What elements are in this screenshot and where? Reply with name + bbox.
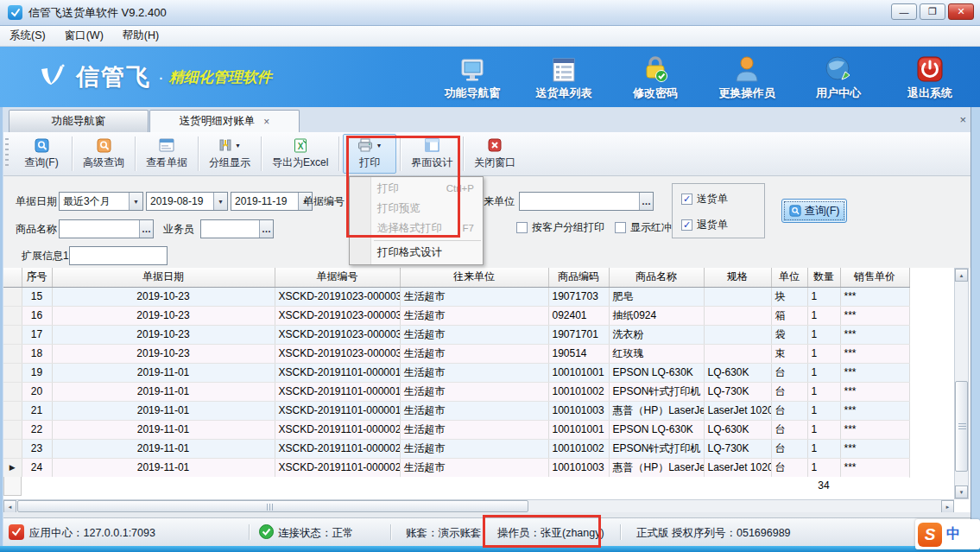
toolbar-grip [5, 138, 9, 169]
row-selector-cell[interactable] [3, 420, 22, 439]
table-row[interactable]: 18 2019-10-23 XSCKD-20191023-000003 生活超市… [3, 344, 909, 363]
close-button[interactable]: ✕ [948, 3, 974, 20]
query-button[interactable]: 查询(F) [15, 134, 68, 174]
table-row[interactable]: ▶ 24 2019-11-01 XSCKD-20191101-000002 生活… [3, 458, 909, 477]
col-unit[interactable]: 单位 [771, 268, 807, 287]
dropdown-arrow-icon[interactable]: ▼ [235, 143, 241, 149]
delivery-list-button[interactable]: 送货单列表 [529, 54, 598, 101]
checkbox-icon[interactable]: ✓ [615, 222, 626, 233]
ime-bar[interactable]: S 中 [915, 519, 980, 549]
table-row[interactable]: 17 2019-10-23 XSCKD-20191023-000003 生活超市… [3, 325, 909, 344]
advanced-query-button[interactable]: 高级查询 [76, 134, 131, 174]
row-selector-cell[interactable] [3, 401, 22, 420]
export-excel-button[interactable]: X 导出为Excel [265, 134, 335, 174]
title-bar: 信管飞送货单软件 V9.2.400 — ❐ ✕ [0, 0, 980, 26]
chevron-down-icon[interactable]: ▼ [129, 193, 142, 210]
group-by-customer-checkbox[interactable]: ✓ 按客户分组打印 [516, 220, 604, 234]
checkbox-checked-icon[interactable]: ✓ [681, 194, 692, 205]
restore-button[interactable]: ❐ [920, 3, 945, 20]
row-selector-cell[interactable] [3, 344, 22, 363]
search-blue-icon [35, 138, 49, 153]
scroll-left-icon[interactable]: ◄ [3, 500, 16, 513]
checkbox-checked-icon[interactable]: ✓ [681, 219, 692, 231]
delivery-checkbox[interactable]: ✓ 送货单 [681, 192, 728, 206]
chevron-down-icon[interactable]: ▼ [213, 193, 227, 210]
return-checkbox[interactable]: ✓ 退货单 [681, 218, 728, 232]
table-row[interactable]: 21 2019-11-01 XSCKD-20191101-000001 生活超市… [3, 401, 909, 420]
menu-item-print-format-design[interactable]: 打印格式设计 [350, 243, 483, 263]
ime-language-indicator[interactable]: 中 [946, 525, 960, 543]
tab-delivery-detail[interactable]: 送货明细对账单 × [149, 110, 300, 132]
row-selector-cell[interactable] [3, 287, 22, 306]
data-grid: 序号 单据日期 单据编号 往来单位 商品编码 商品名称 规格 单位 数量 销售单… [3, 268, 971, 512]
user-center-button[interactable]: 用户中心 [804, 54, 873, 101]
customer-input[interactable]: … [519, 192, 654, 211]
scroll-up-icon[interactable]: ▲ [955, 269, 968, 282]
tabstrip-close-icon[interactable]: × [959, 113, 966, 126]
tab-close-icon[interactable]: × [263, 116, 269, 128]
query-submit-button[interactable]: 查询(F) [781, 199, 847, 223]
date-from-combo[interactable]: 2019-08-19 ▼ [146, 192, 228, 211]
change-password-button[interactable]: 修改密码 [621, 54, 690, 101]
switch-operator-button[interactable]: 更换操作员 [712, 54, 781, 101]
grid-footer: 34 [3, 477, 909, 499]
table-row[interactable]: 15 2019-10-23 XSCKD-20191023-000003 生活超市… [3, 287, 909, 306]
row-selector-cell[interactable]: ▶ [3, 458, 22, 477]
col-spec[interactable]: 规格 [704, 268, 771, 287]
exit-system-button[interactable]: 退出系统 [895, 54, 964, 101]
col-seq[interactable]: 序号 [22, 268, 52, 287]
group-icon [218, 138, 232, 152]
scroll-down-icon[interactable]: ▼ [955, 485, 968, 498]
menu-help[interactable]: 帮助(H) [113, 26, 168, 46]
checkbox-icon[interactable]: ✓ [516, 222, 528, 233]
tab-nav-window[interactable]: 功能导航窗 [9, 110, 149, 132]
group-display-button[interactable]: ▼ 分组显示 [202, 134, 257, 174]
close-window-button[interactable]: 关闭窗口 [467, 134, 522, 174]
date-to-combo[interactable]: 2019-11-19 ▼ [231, 192, 313, 211]
col-customer[interactable]: 往来单位 [400, 268, 548, 287]
banner-actions: 功能导航窗 送货单列表 修改密码 更换操作员 [438, 54, 964, 101]
lookup-ellipsis-icon[interactable]: … [259, 220, 273, 238]
row-selector-cell[interactable] [3, 439, 22, 458]
row-selector-cell[interactable] [3, 382, 22, 401]
horizontal-scroll-thumb[interactable] [17, 500, 528, 512]
col-bill-date[interactable]: 单据日期 [52, 268, 275, 287]
vertical-scroll-thumb[interactable] [955, 381, 968, 472]
minimize-button[interactable]: — [891, 3, 917, 20]
excel-icon: X [294, 138, 307, 153]
license-status: 正式版 授权序列号：051696989 [636, 526, 791, 541]
menu-system[interactable]: 系统(S) [0, 26, 55, 46]
row-selector-cell[interactable] [3, 325, 22, 344]
menu-window[interactable]: 窗口(W) [55, 26, 113, 46]
ext-info-input[interactable] [69, 246, 168, 265]
table-row[interactable]: 20 2019-11-01 XSCKD-20191101-000001 生活超市… [3, 382, 909, 401]
table-row[interactable]: 19 2019-11-01 XSCKD-20191101-000001 生活超市… [3, 363, 909, 382]
scroll-right-icon[interactable]: ► [941, 500, 954, 513]
col-qty[interactable]: 数量 [807, 268, 840, 287]
lookup-ellipsis-icon[interactable]: … [139, 220, 153, 238]
grid-table: 序号 单据日期 单据编号 往来单位 商品编码 商品名称 规格 单位 数量 销售单… [3, 268, 910, 478]
banner: 信管飞 · 精细化管理软件 功能导航窗 送货单列表 修改密码 [0, 47, 980, 107]
nav-window-button[interactable]: 功能导航窗 [438, 54, 507, 101]
ext-info-label: 扩展信息1 [22, 246, 69, 265]
row-selector-cell[interactable] [3, 363, 22, 382]
table-row[interactable]: 23 2019-11-01 XSCKD-20191101-000002 生活超市… [3, 439, 909, 458]
row-selector-cell[interactable] [3, 306, 22, 325]
lookup-ellipsis-icon[interactable]: … [639, 193, 653, 210]
filter-panel: 单据日期 最近3个月 ▼ 2019-08-19 ▼ 2019-11-19 ▼ 单… [3, 176, 971, 268]
show-red-checkbox[interactable]: ✓ 显示红冲 [615, 220, 672, 234]
salesman-input[interactable]: … [200, 219, 274, 238]
col-bill-no[interactable]: 单据编号 [275, 268, 400, 287]
view-bill-button[interactable]: 查看单据 [139, 134, 194, 174]
col-price[interactable]: 销售单价 [840, 268, 909, 287]
vertical-scrollbar[interactable]: ▲ ▼ [954, 268, 969, 499]
date-range-combo[interactable]: 最近3个月 ▼ [59, 192, 143, 211]
col-selector [3, 268, 22, 287]
product-input[interactable]: … [59, 219, 154, 238]
table-row[interactable]: 22 2019-11-01 XSCKD-20191101-000002 生活超市… [3, 420, 909, 439]
col-product-code[interactable]: 商品编码 [548, 268, 609, 287]
horizontal-scrollbar[interactable]: ◄ ► [3, 499, 954, 512]
sogou-icon[interactable]: S [918, 523, 942, 547]
col-product-name[interactable]: 商品名称 [609, 268, 704, 287]
table-row[interactable]: 16 2019-10-23 XSCKD-20191023-000003 生活超市… [3, 306, 909, 325]
